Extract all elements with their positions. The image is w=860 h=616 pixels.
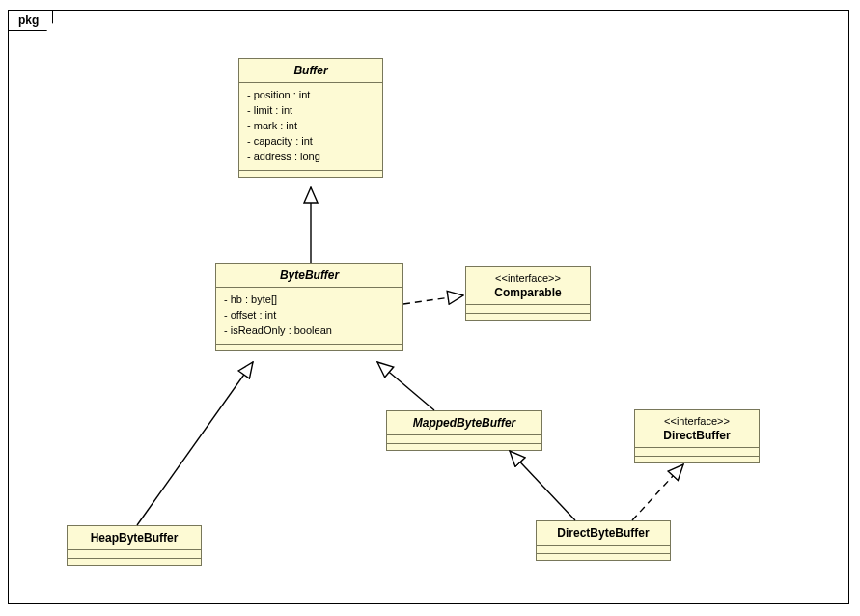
class-mappedbytebuffer-ops	[387, 444, 541, 450]
class-comparable: <<interface>> Comparable	[465, 266, 591, 321]
attr: - address : long	[247, 150, 375, 165]
class-bytebuffer: ByteBuffer - hb : byte[] - offset : int …	[215, 263, 403, 351]
package-frame: pkg	[8, 10, 849, 604]
stereotype: <<interface>>	[474, 272, 582, 284]
attr: - isReadOnly : boolean	[224, 323, 395, 339]
class-bytebuffer-name: ByteBuffer	[216, 264, 402, 288]
class-heapbytebuffer-attrs	[68, 550, 201, 559]
class-directbytebuffer-attrs	[537, 546, 670, 554]
class-directbuffer-name: <<interface>> DirectBuffer	[635, 410, 759, 448]
class-comparable-attrs	[466, 305, 590, 314]
class-mappedbytebuffer-name: MappedByteBuffer	[387, 411, 541, 435]
package-label: pkg	[8, 10, 53, 31]
class-mappedbytebuffer-attrs	[387, 435, 541, 444]
class-directbuffer-attrs	[635, 448, 759, 457]
class-mappedbytebuffer: MappedByteBuffer	[386, 410, 542, 451]
attr: - limit : int	[247, 103, 375, 119]
class-bytebuffer-ops	[216, 345, 402, 350]
class-directbytebuffer: DirectByteBuffer	[536, 520, 671, 561]
class-buffer-attrs: - position : int - limit : int - mark : …	[239, 83, 382, 171]
class-directbytebuffer-ops	[537, 554, 670, 560]
stereotype: <<interface>>	[643, 415, 751, 427]
class-comparable-name: <<interface>> Comparable	[466, 267, 590, 305]
attr: - hb : byte[]	[224, 293, 395, 308]
name-text: Comparable	[494, 286, 561, 299]
class-heapbytebuffer-ops	[68, 559, 201, 565]
class-heapbytebuffer-name: HeapByteBuffer	[68, 526, 201, 550]
class-buffer: Buffer - position : int - limit : int - …	[238, 58, 383, 178]
name-text: DirectBuffer	[663, 429, 730, 442]
attr: - capacity : int	[247, 134, 375, 150]
attr: - position : int	[247, 88, 375, 103]
class-bytebuffer-attrs: - hb : byte[] - offset : int - isReadOnl…	[216, 288, 402, 345]
class-comparable-ops	[466, 314, 590, 320]
class-directbuffer: <<interface>> DirectBuffer	[634, 409, 760, 463]
attr: - mark : int	[247, 119, 375, 134]
class-heapbytebuffer: HeapByteBuffer	[67, 525, 202, 566]
attr: - offset : int	[224, 308, 395, 323]
class-buffer-name: Buffer	[239, 59, 382, 83]
class-directbuffer-ops	[635, 457, 759, 462]
class-buffer-ops	[239, 171, 382, 177]
class-directbytebuffer-name: DirectByteBuffer	[537, 521, 670, 546]
